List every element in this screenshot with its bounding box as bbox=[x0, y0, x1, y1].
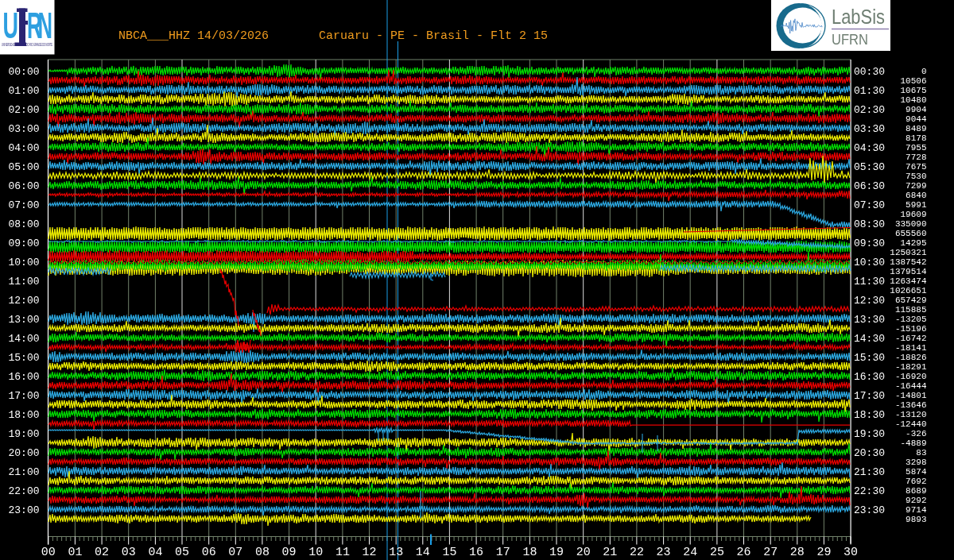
svg-text:11:00: 11:00 bbox=[9, 276, 40, 288]
svg-text:5874: 5874 bbox=[906, 467, 927, 477]
svg-text:10675: 10675 bbox=[900, 86, 926, 95]
svg-text:NBCA___HHZ 14/03/2026 Ca: NBCA___HHZ 14/03/2026 Caruaru - PE - Bra… bbox=[118, 29, 548, 43]
svg-text:-18141: -18141 bbox=[895, 343, 927, 353]
svg-text:03:00: 03:00 bbox=[9, 123, 40, 135]
svg-text:10480: 10480 bbox=[900, 95, 926, 105]
svg-text:3298: 3298 bbox=[906, 458, 926, 467]
svg-text:0: 0 bbox=[921, 67, 927, 76]
svg-text:08:00: 08:00 bbox=[9, 218, 40, 230]
svg-text:01: 01 bbox=[68, 546, 82, 559]
svg-text:U: U bbox=[3, 4, 19, 46]
svg-text:-15196: -15196 bbox=[895, 324, 927, 334]
svg-text:6840: 6840 bbox=[906, 191, 926, 200]
svg-text:27: 27 bbox=[763, 546, 778, 559]
svg-text:20:30: 20:30 bbox=[854, 447, 885, 459]
svg-text:9044: 9044 bbox=[906, 114, 927, 124]
svg-text:22: 22 bbox=[630, 546, 644, 559]
svg-text:07:00: 07:00 bbox=[9, 199, 40, 211]
svg-text:1263474: 1263474 bbox=[890, 276, 927, 286]
svg-text:5991: 5991 bbox=[906, 200, 927, 210]
svg-text:9904: 9904 bbox=[906, 105, 927, 114]
svg-text:18:00: 18:00 bbox=[9, 409, 40, 421]
svg-text:-4889: -4889 bbox=[900, 438, 926, 448]
svg-text:03:30: 03:30 bbox=[854, 123, 885, 135]
svg-text:13:00: 13:00 bbox=[9, 314, 40, 326]
svg-text:17: 17 bbox=[496, 546, 510, 559]
svg-text:1387542: 1387542 bbox=[890, 257, 926, 267]
svg-text:05: 05 bbox=[175, 546, 189, 559]
svg-text:22:00: 22:00 bbox=[9, 485, 40, 497]
svg-text:13: 13 bbox=[389, 546, 403, 559]
svg-text:7728: 7728 bbox=[906, 153, 926, 162]
svg-text:7299: 7299 bbox=[906, 181, 926, 191]
svg-text:-12440: -12440 bbox=[895, 419, 927, 429]
svg-text:18:30: 18:30 bbox=[854, 409, 885, 421]
svg-text:21:30: 21:30 bbox=[854, 466, 885, 478]
svg-text:9714: 9714 bbox=[906, 505, 927, 515]
svg-text:10:30: 10:30 bbox=[854, 257, 885, 268]
svg-text:11: 11 bbox=[335, 546, 350, 559]
svg-text:12:30: 12:30 bbox=[854, 295, 885, 307]
svg-text:30: 30 bbox=[843, 546, 858, 559]
svg-text:25: 25 bbox=[710, 546, 724, 559]
svg-text:21:00: 21:00 bbox=[9, 466, 40, 478]
svg-text:655560: 655560 bbox=[895, 229, 927, 238]
svg-text:7530: 7530 bbox=[906, 172, 926, 181]
svg-text:16:00: 16:00 bbox=[9, 371, 40, 383]
svg-text:-16920: -16920 bbox=[895, 372, 927, 381]
svg-text:06:30: 06:30 bbox=[854, 180, 885, 192]
svg-text:UFRN: UFRN bbox=[832, 31, 868, 48]
svg-text:16: 16 bbox=[469, 546, 483, 559]
svg-text:-18826: -18826 bbox=[895, 353, 927, 362]
svg-text:17:00: 17:00 bbox=[9, 390, 40, 402]
svg-text:7675: 7675 bbox=[906, 162, 926, 172]
svg-text:23:00: 23:00 bbox=[9, 504, 40, 516]
svg-text:657429: 657429 bbox=[895, 295, 927, 305]
svg-text:04: 04 bbox=[148, 546, 162, 559]
svg-text:01:30: 01:30 bbox=[854, 85, 885, 97]
svg-text:UNIVERSIDADE FEDERAL DO RIO GR: UNIVERSIDADE FEDERAL DO RIO GRANDE DO NO… bbox=[2, 43, 52, 47]
svg-text:19609: 19609 bbox=[900, 210, 926, 219]
svg-text:LabSis: LabSis bbox=[832, 6, 885, 28]
svg-text:12:00: 12:00 bbox=[9, 295, 40, 307]
svg-text:02: 02 bbox=[95, 546, 109, 559]
svg-text:07:30: 07:30 bbox=[854, 199, 885, 211]
svg-text:09:30: 09:30 bbox=[854, 238, 885, 249]
svg-text:07: 07 bbox=[228, 546, 242, 559]
svg-text:8178: 8178 bbox=[906, 133, 926, 143]
svg-text:16:30: 16:30 bbox=[854, 371, 885, 383]
svg-text:05:30: 05:30 bbox=[854, 161, 885, 173]
svg-text:N: N bbox=[38, 4, 53, 46]
svg-text:06:00: 06:00 bbox=[9, 180, 40, 192]
svg-text:-14801: -14801 bbox=[895, 391, 927, 400]
svg-text:17:30: 17:30 bbox=[854, 390, 885, 402]
svg-text:15:30: 15:30 bbox=[854, 352, 885, 364]
svg-text:26: 26 bbox=[736, 546, 750, 559]
svg-text:19:00: 19:00 bbox=[9, 428, 40, 440]
svg-text:02:00: 02:00 bbox=[9, 104, 40, 116]
svg-text:10: 10 bbox=[308, 546, 323, 559]
svg-text:08:30: 08:30 bbox=[854, 218, 885, 230]
svg-text:13:30: 13:30 bbox=[854, 314, 885, 326]
svg-text:15: 15 bbox=[442, 546, 456, 559]
svg-text:23: 23 bbox=[657, 546, 671, 559]
svg-text:19: 19 bbox=[549, 546, 564, 559]
svg-text:9893: 9893 bbox=[906, 515, 926, 524]
svg-text:08: 08 bbox=[255, 546, 270, 559]
svg-text:335090: 335090 bbox=[895, 219, 927, 229]
svg-text:06: 06 bbox=[202, 546, 216, 559]
svg-text:18: 18 bbox=[522, 546, 537, 559]
svg-text:04:00: 04:00 bbox=[9, 142, 40, 154]
svg-text:83: 83 bbox=[916, 448, 926, 458]
svg-text:-13646: -13646 bbox=[895, 400, 927, 410]
svg-text:1026651: 1026651 bbox=[890, 286, 927, 295]
svg-text:19:30: 19:30 bbox=[854, 428, 885, 440]
svg-text:14295: 14295 bbox=[900, 238, 926, 248]
svg-text:20:00: 20:00 bbox=[9, 447, 40, 459]
svg-text:8489: 8489 bbox=[906, 124, 926, 133]
svg-text:-18291: -18291 bbox=[895, 362, 927, 372]
svg-text:28: 28 bbox=[790, 546, 805, 559]
svg-text:-13120: -13120 bbox=[895, 410, 927, 419]
svg-text:22:30: 22:30 bbox=[854, 485, 885, 497]
svg-text:10:00: 10:00 bbox=[9, 257, 40, 268]
